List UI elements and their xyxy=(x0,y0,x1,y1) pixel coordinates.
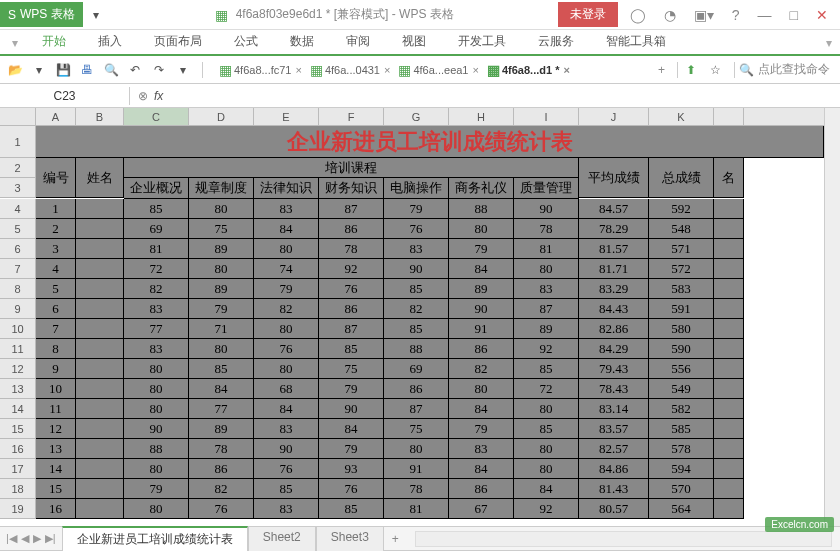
cell-avg[interactable]: 82.86 xyxy=(579,319,649,339)
cell-score[interactable]: 91 xyxy=(449,319,514,339)
column-header[interactable]: K xyxy=(649,108,714,125)
cell-score[interactable]: 90 xyxy=(514,199,579,219)
cell-score[interactable]: 90 xyxy=(384,259,449,279)
cell-score[interactable]: 80 xyxy=(514,459,579,479)
cell-score[interactable]: 80 xyxy=(514,259,579,279)
cell-score[interactable]: 92 xyxy=(514,499,579,519)
cell-score[interactable]: 85 xyxy=(514,359,579,379)
sync-icon[interactable]: ◯ xyxy=(626,5,650,25)
cell-score[interactable]: 83 xyxy=(384,239,449,259)
cell-score[interactable]: 89 xyxy=(189,239,254,259)
cell-score[interactable]: 89 xyxy=(514,319,579,339)
cell-score[interactable]: 78 xyxy=(189,439,254,459)
cell-total[interactable]: 590 xyxy=(649,339,714,359)
dropdown-icon[interactable]: ▾ xyxy=(87,6,105,24)
cell-score[interactable]: 89 xyxy=(449,279,514,299)
cell-avg[interactable]: 80.57 xyxy=(579,499,649,519)
cell-name[interactable] xyxy=(76,399,124,419)
header-id[interactable]: 编号 xyxy=(36,158,76,198)
cell-score[interactable]: 87 xyxy=(384,399,449,419)
cell-id[interactable]: 11 xyxy=(36,399,76,419)
cell-score[interactable]: 83 xyxy=(124,339,189,359)
cell-score[interactable]: 83 xyxy=(254,419,319,439)
close-icon[interactable]: ✕ xyxy=(812,5,832,25)
cell-score[interactable]: 82 xyxy=(449,359,514,379)
cell-id[interactable]: 6 xyxy=(36,299,76,319)
close-tab-icon[interactable]: × xyxy=(473,64,479,76)
header-rank[interactable]: 名 xyxy=(714,158,744,198)
cell-score[interactable]: 79 xyxy=(189,299,254,319)
cell-score[interactable]: 72 xyxy=(124,259,189,279)
help-icon[interactable]: ? xyxy=(728,5,744,25)
cell-total[interactable]: 592 xyxy=(649,199,714,219)
cell-id[interactable]: 8 xyxy=(36,339,76,359)
cell-score[interactable]: 82 xyxy=(384,299,449,319)
cell-score[interactable]: 87 xyxy=(319,319,384,339)
cell-name[interactable] xyxy=(76,279,124,299)
undo-icon[interactable]: ↶ xyxy=(126,61,144,79)
cell-score[interactable]: 83 xyxy=(124,299,189,319)
select-all-corner[interactable] xyxy=(0,108,36,125)
cell-id[interactable]: 13 xyxy=(36,439,76,459)
cell-extra[interactable] xyxy=(714,439,744,459)
cell-score[interactable]: 87 xyxy=(514,299,579,319)
cell-extra[interactable] xyxy=(714,319,744,339)
cell-score[interactable]: 80 xyxy=(189,339,254,359)
cell-score[interactable]: 83 xyxy=(254,199,319,219)
ribbon-tab[interactable]: 插入 xyxy=(82,29,138,54)
cell-score[interactable]: 78 xyxy=(319,239,384,259)
row-header[interactable]: 9 xyxy=(0,299,36,319)
cell-score[interactable]: 90 xyxy=(254,439,319,459)
cell-name[interactable] xyxy=(76,359,124,379)
row-header[interactable]: 12 xyxy=(0,359,36,379)
header-course-group[interactable]: 培训课程 xyxy=(124,158,579,178)
cell-score[interactable]: 79 xyxy=(124,479,189,499)
column-header[interactable]: E xyxy=(254,108,319,125)
cell-score[interactable]: 86 xyxy=(189,459,254,479)
row-header[interactable]: 5 xyxy=(0,219,36,239)
cell-extra[interactable] xyxy=(714,359,744,379)
cell-score[interactable]: 82 xyxy=(254,299,319,319)
fx-icon[interactable]: fx xyxy=(154,89,163,103)
cell-extra[interactable] xyxy=(714,219,744,239)
cell-score[interactable]: 79 xyxy=(254,279,319,299)
cell-avg[interactable]: 83.29 xyxy=(579,279,649,299)
last-sheet-icon[interactable]: ▶| xyxy=(45,532,56,545)
ribbon-expand-icon[interactable]: ▾ xyxy=(818,32,840,54)
cell-score[interactable]: 85 xyxy=(384,319,449,339)
preview-icon[interactable]: 🔍 xyxy=(102,61,120,79)
cell-extra[interactable] xyxy=(714,259,744,279)
cell-avg[interactable]: 82.57 xyxy=(579,439,649,459)
cell-score[interactable]: 80 xyxy=(189,259,254,279)
cell-name[interactable] xyxy=(76,379,124,399)
cell-avg[interactable]: 81.57 xyxy=(579,239,649,259)
cell-score[interactable]: 87 xyxy=(319,199,384,219)
cell-extra[interactable] xyxy=(714,379,744,399)
cell-score[interactable]: 80 xyxy=(124,399,189,419)
skin-icon[interactable]: ▣▾ xyxy=(690,5,718,25)
print-icon[interactable]: 🖶 xyxy=(78,61,96,79)
cell-avg[interactable]: 81.71 xyxy=(579,259,649,279)
cell-total[interactable]: 591 xyxy=(649,299,714,319)
ribbon-tab[interactable]: 智能工具箱 xyxy=(590,29,682,54)
cell-name[interactable] xyxy=(76,479,124,499)
cell-extra[interactable] xyxy=(714,279,744,299)
close-tab-icon[interactable]: × xyxy=(296,64,302,76)
ribbon-tab[interactable]: 云服务 xyxy=(522,29,590,54)
header-course[interactable]: 商务礼仪 xyxy=(449,178,514,199)
cell-score[interactable]: 88 xyxy=(124,439,189,459)
row-header[interactable]: 3 xyxy=(0,178,36,198)
cell-score[interactable]: 79 xyxy=(449,419,514,439)
dropdown-arrow-icon[interactable]: ▾ xyxy=(30,61,48,79)
cell-score[interactable]: 85 xyxy=(319,499,384,519)
cell-score[interactable]: 86 xyxy=(319,219,384,239)
cell-score[interactable]: 88 xyxy=(449,199,514,219)
cell-score[interactable]: 80 xyxy=(514,399,579,419)
cell-score[interactable]: 75 xyxy=(189,219,254,239)
cell-avg[interactable]: 84.86 xyxy=(579,459,649,479)
cell-avg[interactable]: 83.14 xyxy=(579,399,649,419)
cell-extra[interactable] xyxy=(714,299,744,319)
row-header[interactable]: 17 xyxy=(0,459,36,479)
cell-score[interactable]: 85 xyxy=(254,479,319,499)
cell-name[interactable] xyxy=(76,219,124,239)
